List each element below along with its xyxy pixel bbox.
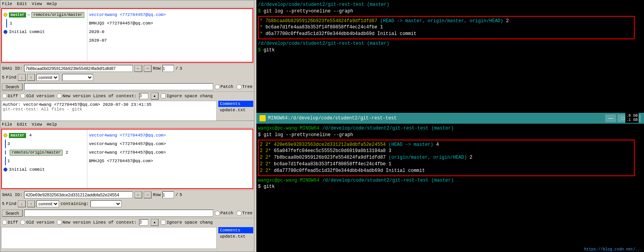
term-bottom-prompt: wangxc@pc-wang MINGW64 /d/develop/code/s… <box>258 125 642 132</box>
sha-input-top[interactable] <box>24 65 133 72</box>
row-current-bottom[interactable] <box>162 191 174 198</box>
lines-label-bottom: Lines of context: <box>93 220 137 225</box>
sha-next-top[interactable]: → <box>144 65 151 72</box>
b-box-line1: 2 2* 420e69e92832563dce2d331212a0dbfa52e… <box>260 142 633 148</box>
menu-view-bottom[interactable]: View <box>32 122 42 127</box>
date-1: 2020-0 <box>89 30 104 34</box>
lines-input-top[interactable] <box>139 93 148 99</box>
patch-tree-top: Patch Tree <box>215 84 252 89</box>
find-up-bottom[interactable]: ↑ <box>27 200 35 207</box>
find-up-top[interactable]: ↑ <box>27 74 35 81</box>
row-current-top[interactable] <box>162 65 174 72</box>
file-comments-top[interactable]: Comments <box>218 101 253 107</box>
b-author-text-1: vector4wang <772704457@qq.com> <box>89 133 166 138</box>
menu-edit-bottom[interactable]: Edit <box>17 122 27 127</box>
dot-master-b <box>3 133 7 137</box>
ignore-chk-top[interactable]: Ignore space chang <box>161 93 213 98</box>
gitk-window-top: File Edit View Help master — remotes/ori… <box>0 0 254 121</box>
bottom-sha-bar: SHA1 ID: ← → Row / 5 <box>0 190 254 199</box>
url-bar: https://blog.csdn.net/... <box>583 247 644 252</box>
find-containing-top[interactable] <box>62 74 93 81</box>
term-bottom-cmd: $ git log --pretty=oneline --graph <box>258 132 642 138</box>
search-input-top[interactable] <box>24 83 213 90</box>
term-box-line2: * bc6ae7d1fe4aa83b353f14f80858ff4ec24c4f… <box>260 24 633 31</box>
file-update-top[interactable]: update.txt <box>218 107 253 113</box>
find-down-bottom[interactable]: ↓ <box>18 200 26 207</box>
diff-radio-bottom[interactable]: Diff <box>2 220 18 225</box>
bottom-search-bar: Search Patch Tree <box>0 208 254 218</box>
commit-row-origin-b: remotes/origin/master 2 <box>3 148 85 157</box>
menu-view-top[interactable]: View <box>32 2 42 6</box>
old-radio-top[interactable]: Old version <box>20 93 54 98</box>
b-author-1: vector4wang <772704457@qq.com> <box>89 131 251 140</box>
sha-next-bottom[interactable]: → <box>144 191 151 198</box>
containing-bottom: containing: <box>61 201 89 206</box>
bottom-menubar: File Edit View Help <box>0 121 254 128</box>
gitk-window-bottom: File Edit View Help master 4 3 <box>0 121 254 252</box>
terminal-bottom-body: wangxc@pc-wang MINGW64 /d/develop/code/s… <box>256 124 644 252</box>
menu-file-top[interactable]: File <box>2 2 12 6</box>
file-update-bottom[interactable]: update.txt <box>218 233 253 240</box>
find-type-bottom[interactable]: commit <box>37 200 59 207</box>
search-btn-bottom[interactable]: Search <box>2 210 23 217</box>
search-input-bottom[interactable] <box>24 210 213 217</box>
b-author-4: BMHJQS <772704457@qq.com> <box>89 157 251 165</box>
b-author-2: vector4wang <772704457@qq.com> <box>89 140 251 148</box>
author-row-1: vector4wang <772704457@qq.com> <box>89 10 251 19</box>
find-label-top: 5 <box>2 75 5 80</box>
new-radio-top[interactable]: New version <box>57 93 91 98</box>
lines-label-top: Lines of context: <box>93 94 137 98</box>
find-containing-bottom[interactable] <box>91 200 122 207</box>
tree-radio-top[interactable]: Tree <box>237 84 252 89</box>
lines-up-top[interactable]: ▲ <box>151 93 158 100</box>
term-bottom-box: 2 2* 420e69e92832563dce2d331212a0dbfa52e… <box>258 140 635 176</box>
dot-initial-b <box>3 168 7 172</box>
term-top-line1: /d/develop/code/student2/git-rest-test (… <box>258 2 642 8</box>
date-2: 2020-07 <box>89 38 107 43</box>
commit-row-initial-b: Initial commit <box>3 165 85 174</box>
title-left: MINGW64:/d/develop/code/student2/git-res… <box>259 115 397 121</box>
new-radio-bottom[interactable]: New version <box>57 220 91 225</box>
menu-help-top[interactable]: Help <box>47 2 57 6</box>
tree-radio-bottom[interactable]: Tree <box>237 211 252 216</box>
sha-input-bottom[interactable] <box>24 191 133 198</box>
find-type-top[interactable]: commit <box>37 74 59 81</box>
author-line-top: Author: vector4wang <772704457@qq.com> 2… <box>3 102 215 107</box>
term-bottom-content: wangxc@pc-wang MINGW64 /d/develop/code/s… <box>258 125 642 190</box>
ignore-chk-bottom[interactable]: Ignore space chang <box>161 220 213 225</box>
search-btn-top[interactable]: Search <box>2 83 23 90</box>
date-row-2: 2020-07 <box>89 36 251 45</box>
term-bottom-prompt2: wangxc@pc-wang MINGW64 /d/develop/code/s… <box>258 177 642 184</box>
author-2: BMHJQS <772704457@qq.com> <box>89 21 153 26</box>
menu-edit-top[interactable]: Edit <box>17 2 27 6</box>
patch-radio-top[interactable]: Patch <box>215 84 233 89</box>
row-label-top: Row <box>153 66 161 71</box>
diff-radio-top[interactable]: Diff <box>2 93 18 98</box>
row-sep-top: / <box>176 66 178 71</box>
bottom-graph-area: master 4 3 remotes/origin/master 2 1 <box>1 129 253 189</box>
sha-prev-bottom[interactable]: ← <box>134 191 142 198</box>
find-text-bottom: Find <box>6 201 16 206</box>
sha-prev-top[interactable]: ← <box>134 65 142 72</box>
b-box-line2: 2 2* 65a047fefc04eec5c55552bc0d6019a0b13… <box>260 148 633 154</box>
bottom-graph-left: master 4 3 remotes/origin/master 2 1 <box>2 130 87 188</box>
commit-row-master: master — remotes/origin/master 2 <box>3 10 85 19</box>
terminal-bottom-window: MINGW64:/d/develop/code/student2/git-res… <box>256 113 644 252</box>
bottom-find-bar: 5 Find ↓ ↑ commit containing: <box>0 199 254 208</box>
dot-initial <box>3 30 7 34</box>
minimize-btn[interactable]: — <box>605 114 616 122</box>
file-comments-bottom[interactable]: Comments <box>218 227 253 233</box>
menu-file-bottom[interactable]: File <box>2 122 12 127</box>
lines-input-bottom[interactable] <box>139 219 148 226</box>
commit-initial-label: Initial commit <box>9 30 45 34</box>
patch-radio-bottom[interactable]: Patch <box>215 211 233 216</box>
find-down-top[interactable]: ↓ <box>18 74 26 81</box>
right-panel: /d/develop/code/student2/git-rest-test (… <box>256 0 644 252</box>
terminal-title-text: MINGW64:/d/develop/code/student2/git-res… <box>268 116 397 121</box>
menu-help-bottom[interactable]: Help <box>47 122 57 127</box>
find-num-bottom: 5 <box>2 201 5 206</box>
commit-num-2b: 2 <box>66 150 68 155</box>
commit-row-master-b: master 4 <box>3 131 85 140</box>
lines-up-bottom[interactable]: ▲ <box>151 219 158 226</box>
old-radio-bottom[interactable]: Old version <box>20 220 54 225</box>
